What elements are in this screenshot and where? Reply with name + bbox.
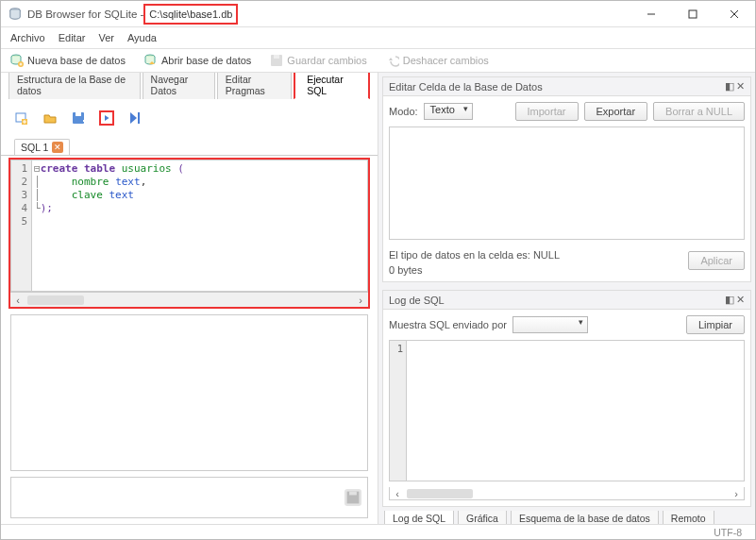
menu-ayuda[interactable]: Ayuda: [127, 32, 157, 43]
main-toolbar: Nueva base de datos Abrir base de datos …: [1, 48, 755, 73]
undock-icon[interactable]: ◧: [725, 80, 734, 93]
sql-code[interactable]: ⊟create table usuarios ( │ nombre text, …: [32, 160, 367, 291]
new-db-icon: [10, 54, 24, 67]
dock-tab-schema[interactable]: Esquema de la base de datos: [511, 511, 659, 524]
null-button[interactable]: Borrar a NULL: [653, 102, 745, 121]
app-name: DB Browser for SQLite -: [27, 8, 143, 20]
close-log-icon[interactable]: ✕: [736, 294, 745, 306]
new-database-button[interactable]: Nueva base de datos: [10, 54, 126, 67]
dock-tab-chart[interactable]: Gráfica: [458, 511, 507, 524]
message-area: [10, 477, 368, 518]
window-controls: [630, 1, 755, 27]
right-pane: Editar Celda de la Base de Datos ◧ ✕ Mod…: [378, 73, 755, 524]
log-scroll-right-icon[interactable]: ›: [729, 488, 744, 499]
menu-archivo[interactable]: Archivo: [10, 32, 45, 43]
scroll-left-icon[interactable]: ‹: [10, 295, 25, 306]
close-button[interactable]: [714, 1, 755, 27]
log-filter-select[interactable]: [512, 316, 588, 333]
open-db-icon: [144, 54, 158, 67]
sql-log-pane: Log de SQL ◧ ✕ Muestra SQL enviado por L…: [382, 290, 751, 507]
editor-scrollbar[interactable]: ‹ ›: [10, 292, 368, 307]
sql-toolbar: [1, 105, 378, 131]
tab-execute-sql[interactable]: Ejecutar SQL: [294, 73, 370, 99]
log-scroll-thumb[interactable]: [407, 489, 473, 498]
sql-editor[interactable]: 1 2 3 4 5 ⊟create table usuarios ( │ nom…: [10, 160, 368, 292]
save-label: Guardar cambios: [287, 55, 366, 66]
cell-size-info: 0 bytes: [389, 264, 560, 276]
right-dock-tabs: Log de SQL Gráfica Esquema de la base de…: [378, 511, 755, 524]
encoding-label: UTF-8: [714, 527, 742, 538]
log-scroll-left-icon[interactable]: ‹: [390, 488, 405, 499]
menubar: Archivo Editar Ver Ayuda: [1, 27, 755, 48]
edit-cell-pane: Editar Celda de la Base de Datos ◧ ✕ Mod…: [382, 76, 751, 282]
close-pane-icon[interactable]: ✕: [736, 80, 745, 93]
maximize-button[interactable]: [672, 1, 714, 27]
save-icon: [270, 54, 283, 67]
main-area: Estructura de la Base de datos Navegar D…: [1, 73, 755, 524]
file-path: C:\sqlite\base1.db: [143, 4, 238, 25]
sql-editor-wrap: 1 2 3 4 5 ⊟create table usuarios ( │ nom…: [8, 158, 370, 309]
revert-changes-button[interactable]: Deshacer cambios: [386, 54, 489, 67]
edit-cell-title: Editar Celda de la Base de Datos: [389, 81, 543, 93]
cell-textarea[interactable]: [389, 127, 745, 240]
left-pane: Estructura de la Base de datos Navegar D…: [1, 73, 378, 524]
dock-tab-remote[interactable]: Remoto: [663, 511, 714, 524]
menu-editar[interactable]: Editar: [59, 32, 86, 43]
dock-tab-log[interactable]: Log de SQL: [384, 511, 454, 524]
clear-log-button[interactable]: Limpiar: [686, 315, 745, 334]
undock-log-icon[interactable]: ◧: [725, 294, 734, 306]
line-gutter: 1 2 3 4 5: [11, 160, 32, 291]
database-icon: [8, 8, 22, 21]
save-sql-icon[interactable]: [71, 110, 86, 126]
svg-rect-20: [349, 492, 357, 496]
mode-label: Modo:: [389, 106, 418, 117]
tab-pragmas[interactable]: Editar Pragmas: [217, 73, 292, 99]
log-title: Log de SQL: [389, 295, 445, 306]
run-sql-button[interactable]: [99, 110, 114, 126]
new-db-label: Nueva base de datos: [27, 55, 126, 66]
tab-structure[interactable]: Estructura de la Base de datos: [8, 73, 141, 99]
tab-browse[interactable]: Navegar Datos: [143, 73, 215, 99]
run-line-icon[interactable]: [127, 110, 143, 126]
svg-rect-17: [76, 112, 81, 116]
mode-select[interactable]: Texto: [424, 103, 473, 120]
close-sql-tab-icon[interactable]: ✕: [52, 142, 63, 153]
scroll-thumb[interactable]: [27, 295, 84, 305]
save-result-icon[interactable]: [344, 489, 361, 506]
statusbar: UTF-8: [1, 524, 755, 539]
sql-file-tab-1[interactable]: SQL 1 ✕: [14, 139, 70, 155]
tabs-strip: Estructura de la Base de datos Navegar D…: [1, 76, 378, 99]
new-tab-icon[interactable]: [14, 110, 29, 126]
results-grid[interactable]: [10, 314, 368, 471]
svg-rect-11: [274, 55, 279, 59]
scroll-right-icon[interactable]: ›: [353, 295, 368, 306]
apply-button[interactable]: Aplicar: [688, 251, 745, 270]
sql-file-tabs: SQL 1 ✕: [1, 135, 378, 156]
menu-ver[interactable]: Ver: [98, 32, 114, 43]
log-text[interactable]: 1: [389, 340, 745, 481]
log-gutter: 1: [390, 341, 407, 481]
titlebar: DB Browser for SQLite - C:\sqlite\base1.…: [1, 1, 755, 27]
cell-type-info: El tipo de datos en la celda es: NULL: [389, 249, 560, 261]
log-scrollbar[interactable]: ‹ ›: [389, 487, 745, 500]
log-filter-label: Muestra SQL enviado por: [389, 319, 507, 330]
revert-label: Deshacer cambios: [403, 55, 489, 66]
minimize-button[interactable]: [630, 1, 672, 27]
export-button[interactable]: Exportar: [584, 102, 648, 121]
save-changes-button[interactable]: Guardar cambios: [270, 54, 366, 67]
sql-file-tab-label: SQL 1: [21, 142, 48, 153]
open-sql-icon[interactable]: [42, 110, 58, 126]
open-database-button[interactable]: Abrir base de datos: [144, 54, 251, 67]
import-button[interactable]: Importar: [515, 102, 579, 121]
svg-rect-2: [689, 10, 697, 18]
undo-icon: [386, 54, 399, 67]
open-db-label: Abrir base de datos: [161, 55, 251, 66]
